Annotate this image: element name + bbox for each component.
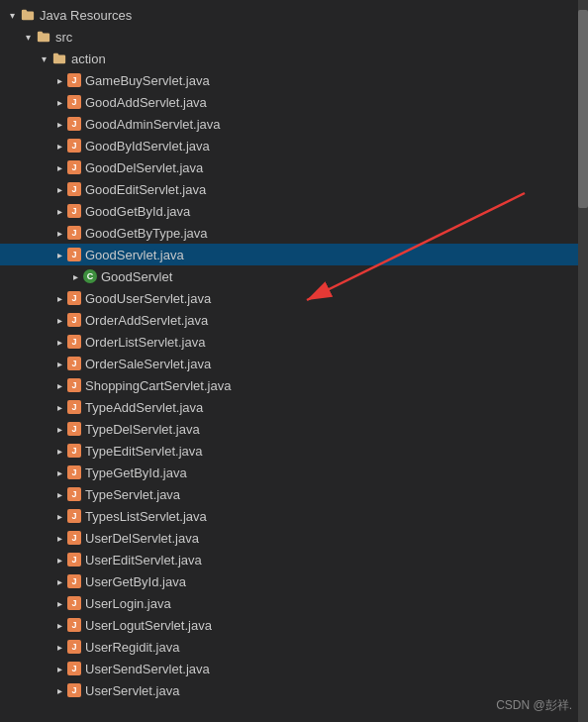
tree-item-UserEditServlet[interactable]: JUserEditServlet.java [0, 549, 588, 570]
tree-item-GameBuyServlet[interactable]: JGameBuyServlet.java [0, 69, 588, 91]
tree-arrow[interactable] [51, 181, 67, 197]
tree-arrow[interactable] [51, 617, 67, 633]
tree-arrow[interactable] [51, 399, 67, 415]
item-label: TypeDelServlet.java [85, 422, 200, 437]
item-label: TypeGetById.java [85, 465, 187, 480]
tree-item-ShoppingCartServlet[interactable]: JShoppingCartServlet.java [0, 374, 588, 396]
tree-arrow[interactable] [51, 443, 67, 459]
tree-item-action[interactable]: action [0, 48, 588, 69]
tree-arrow[interactable] [4, 7, 20, 23]
item-label: UserRegidit.java [85, 640, 179, 655]
tree-item-TypeEditServlet[interactable]: JTypeEditServlet.java [0, 440, 588, 462]
tree-arrow[interactable] [67, 268, 83, 284]
tree-arrow[interactable] [51, 573, 67, 589]
tree-item-TypeGetById[interactable]: JTypeGetById.java [0, 462, 588, 483]
tree-item-GoodGetById[interactable]: JGoodGetById.java [0, 200, 588, 222]
tree-item-GoodUserServlet[interactable]: JGoodUserServlet.java [0, 287, 588, 309]
item-label: GoodByIdServlet.java [85, 139, 210, 154]
tree-item-UserLogutServlet[interactable]: JUserLogutServlet.java [0, 614, 588, 636]
tree-arrow[interactable] [51, 421, 67, 437]
tree-arrow[interactable] [51, 159, 67, 175]
item-label: action [71, 52, 106, 66]
tree-item-TypeDelServlet[interactable]: JTypeDelServlet.java [0, 418, 588, 440]
tree-arrow[interactable] [51, 661, 67, 676]
item-label: TypeEditServlet.java [85, 444, 203, 459]
tree-arrow[interactable] [51, 334, 67, 350]
item-label: TypeServlet.java [85, 487, 180, 502]
java-file-icon: J [67, 139, 81, 153]
tree-item-OrderListServlet[interactable]: JOrderListServlet.java [0, 331, 588, 353]
tree-arrow[interactable] [51, 290, 67, 306]
tree-arrow[interactable] [51, 356, 67, 371]
tree-item-OrderSaleServlet[interactable]: JOrderSaleServlet.java [0, 353, 588, 374]
tree-item-GoodServlet[interactable]: JGoodServlet.java [0, 244, 588, 265]
tree-item-UserDelServlet[interactable]: JUserDelServlet.java [0, 527, 588, 549]
scrollbar-thumb[interactable] [578, 10, 588, 208]
tree-item-GoodByIdServlet[interactable]: JGoodByIdServlet.java [0, 135, 588, 156]
tree-item-UserLogin[interactable]: JUserLogin.java [0, 592, 588, 614]
item-label: TypeAddServlet.java [85, 400, 203, 415]
tree-item-src[interactable]: src [0, 26, 588, 48]
tree-arrow[interactable] [51, 639, 67, 655]
tree-item-OrderAddServlet[interactable]: JOrderAddServlet.java [0, 309, 588, 331]
tree-item-TypeAddServlet[interactable]: JTypeAddServlet.java [0, 396, 588, 418]
tree-arrow[interactable] [51, 203, 67, 219]
tree-item-UserRegidit[interactable]: JUserRegidit.java [0, 636, 588, 658]
java-file-icon: J [67, 531, 81, 545]
java-file-icon: J [67, 487, 81, 501]
tree-arrow[interactable] [51, 225, 67, 241]
tree-arrow[interactable] [51, 116, 67, 132]
item-label: UserServlet.java [85, 683, 179, 698]
tree-item-GoodAdminServlet[interactable]: JGoodAdminServlet.java [0, 113, 588, 135]
java-file-icon: J [67, 400, 81, 414]
java-file-icon: J [67, 444, 81, 458]
tree-item-TypesListServlet[interactable]: JTypesListServlet.java [0, 505, 588, 527]
tree-item-GoodGetByType[interactable]: JGoodGetByType.java [0, 222, 588, 244]
item-label: OrderAddServlet.java [85, 313, 208, 328]
scrollbar[interactable] [578, 0, 588, 722]
item-label: GoodAddServlet.java [85, 95, 207, 110]
item-label: GameBuyServlet.java [85, 73, 210, 88]
java-file-icon: J [67, 683, 81, 697]
item-label: GoodGetByType.java [85, 226, 208, 241]
tree-arrow[interactable] [51, 530, 67, 546]
java-file-icon: J [67, 640, 81, 654]
tree-item-GoodDelServlet[interactable]: JGoodDelServlet.java [0, 156, 588, 178]
item-label: GoodUserServlet.java [85, 291, 211, 306]
tree-arrow[interactable] [51, 508, 67, 524]
tree-item-UserGetById[interactable]: JUserGetById.java [0, 570, 588, 592]
java-file-icon: J [67, 204, 81, 218]
folder-icon [20, 7, 36, 23]
item-label: src [55, 30, 72, 45]
tree-item-GoodAddServlet[interactable]: JGoodAddServlet.java [0, 91, 588, 113]
tree-arrow[interactable] [51, 312, 67, 328]
tree-arrow[interactable] [51, 682, 67, 698]
tree-item-java-resources[interactable]: Java Resources [0, 4, 588, 26]
java-file-icon: J [67, 596, 81, 610]
item-label: GoodEditServlet.java [85, 182, 206, 197]
tree-arrow[interactable] [36, 51, 51, 66]
tree-item-GoodServlet-class[interactable]: CGoodServlet [0, 265, 588, 287]
tree-arrow[interactable] [51, 486, 67, 502]
tree-item-TypeServlet[interactable]: JTypeServlet.java [0, 483, 588, 505]
tree-arrow[interactable] [51, 377, 67, 393]
java-file-icon: J [67, 378, 81, 392]
java-file-icon: J [67, 335, 81, 349]
tree-arrow[interactable] [51, 595, 67, 611]
folder-icon [36, 29, 51, 45]
java-file-icon: J [67, 662, 81, 675]
tree-arrow[interactable] [51, 552, 67, 567]
java-file-icon: J [67, 73, 81, 87]
tree-item-GoodEditServlet[interactable]: JGoodEditServlet.java [0, 178, 588, 200]
item-label: UserEditServlet.java [85, 553, 202, 567]
tree-arrow[interactable] [51, 247, 67, 262]
tree-arrow[interactable] [51, 94, 67, 110]
tree-arrow[interactable] [51, 72, 67, 88]
tree-arrow[interactable] [20, 29, 36, 45]
tree-item-UserSendServlet[interactable]: JUserSendServlet.java [0, 658, 588, 679]
tree-arrow[interactable] [51, 464, 67, 480]
item-label: UserSendServlet.java [85, 662, 210, 676]
tree-arrow[interactable] [51, 138, 67, 154]
item-label: UserDelServlet.java [85, 531, 199, 546]
class-icon: C [83, 269, 97, 283]
